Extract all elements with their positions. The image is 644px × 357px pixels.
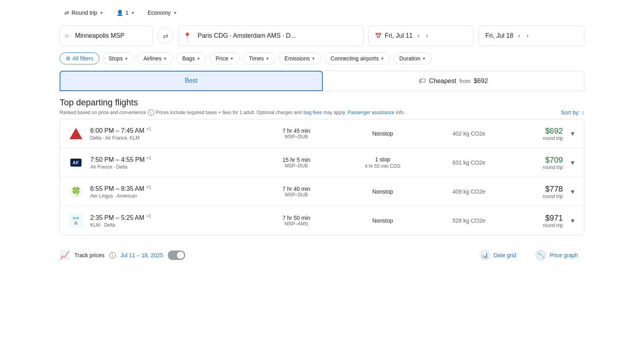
flight-stops: Nonstop bbox=[343, 217, 423, 224]
return-date-group[interactable]: Fri, Jul 18 ‹ › bbox=[479, 25, 584, 46]
expand-button[interactable]: ▾ bbox=[569, 215, 576, 227]
origin-input-group: ○ bbox=[60, 25, 153, 46]
flight-row[interactable]: AF 7:50 PM – 4:55 PM +1 Air France · Del… bbox=[60, 148, 584, 177]
price-filter-button[interactable]: Price ▼ bbox=[209, 52, 240, 64]
flight-times: 6:55 PM – 8:35 AM +1 bbox=[90, 184, 250, 192]
ranked-info-icon[interactable]: i bbox=[148, 109, 154, 116]
bags-chevron-icon: ▼ bbox=[196, 56, 200, 61]
tab-cheapest-label: Cheapest bbox=[429, 78, 456, 85]
operating-airlines: Air France · Delta bbox=[90, 164, 250, 170]
passengers-label: 1 bbox=[126, 10, 129, 16]
day-offset: +1 bbox=[146, 213, 151, 218]
passengers-button[interactable]: 👤 1 ▼ bbox=[112, 6, 140, 19]
all-filters-button[interactable]: ⚙ All filters bbox=[60, 52, 99, 64]
flight-emissions: 528 kg CO2e bbox=[429, 217, 509, 224]
duration-route: MSP–DUB bbox=[256, 134, 336, 140]
flight-price: $971 round trip bbox=[515, 213, 563, 228]
origin-input[interactable] bbox=[69, 28, 153, 43]
passenger-assistance-link[interactable]: Passenger assistance bbox=[348, 110, 394, 115]
bags-filter-label: Bags bbox=[182, 55, 195, 62]
flight-row[interactable]: 🍀 6:55 PM – 8:35 AM +1 Aer Lingus · Amer… bbox=[60, 177, 584, 206]
date-grid-button[interactable]: 📊 Date grid bbox=[473, 246, 523, 264]
swap-button[interactable]: ⇄ bbox=[157, 28, 173, 44]
results-title: Top departing flights bbox=[60, 97, 138, 108]
emissions-value: 528 kg CO2e bbox=[429, 217, 509, 224]
tab-best[interactable]: Best bbox=[60, 71, 323, 91]
duration-time: 7 hr 50 min bbox=[256, 215, 336, 221]
connecting-airports-filter-button[interactable]: Connecting airports ▼ bbox=[324, 52, 390, 64]
may-apply-text: may apply. bbox=[323, 110, 346, 115]
stops-filter-label: Stops bbox=[109, 55, 123, 62]
round-trip-button[interactable]: ⇄ Round trip ▼ bbox=[60, 6, 109, 19]
duration-filter-label: Duration bbox=[400, 55, 421, 62]
duration-time: 15 hr 5 min bbox=[256, 157, 336, 163]
connecting-airports-filter-label: Connecting airports bbox=[330, 55, 378, 62]
depart-prev-button[interactable]: ‹ bbox=[416, 31, 421, 41]
destination-icon: 📍 bbox=[178, 32, 191, 40]
results-header: Top departing flights Ranked based on pr… bbox=[60, 97, 584, 116]
flight-emissions: 631 kg CO2e bbox=[429, 159, 509, 166]
track-prices-info-icon[interactable]: i bbox=[109, 252, 116, 258]
airlines-filter-label: Airlines bbox=[144, 55, 162, 62]
times-filter-button[interactable]: Times ▼ bbox=[243, 52, 275, 64]
cheapest-from-label: from bbox=[460, 78, 471, 84]
duration-route: MSP–DUB bbox=[256, 163, 336, 169]
arrive-time: 5:25 AM bbox=[121, 214, 144, 221]
flight-schedule: 6:55 PM – 8:35 AM +1 Aer Lingus · Americ… bbox=[90, 184, 250, 199]
tab-cheapest[interactable]: 🏷 Cheapest from $692 bbox=[323, 71, 585, 91]
sort-button[interactable]: Sort by: ↕ bbox=[561, 109, 584, 116]
expand-button[interactable]: ▾ bbox=[569, 128, 576, 140]
return-next-button[interactable]: › bbox=[525, 31, 530, 41]
svg-text:🏠: 🏠 bbox=[74, 221, 78, 225]
airline-logo: KLM 🏠 bbox=[68, 213, 84, 229]
class-button[interactable]: Economy ▼ bbox=[143, 6, 182, 19]
af-logo-icon: AF bbox=[70, 159, 82, 167]
return-prev-button[interactable]: ‹ bbox=[516, 31, 522, 41]
depart-time: 6:55 PM bbox=[90, 185, 114, 192]
emissions-filter-button[interactable]: Emissions ▼ bbox=[279, 52, 322, 64]
destination-input[interactable] bbox=[191, 28, 363, 43]
duration-filter-button[interactable]: Duration ▼ bbox=[394, 52, 432, 64]
results-subtitle: Ranked based on price and convenience i … bbox=[60, 109, 584, 116]
connecting-airports-chevron-icon: ▼ bbox=[380, 56, 384, 61]
filters-bar: ⚙ All filters Stops ▼ Airlines ▼ Bags ▼ … bbox=[60, 52, 584, 64]
stops-chevron-icon: ▼ bbox=[124, 56, 128, 61]
emissions-filter-label: Emissions bbox=[285, 55, 310, 62]
stops-label: Nonstop bbox=[343, 188, 423, 195]
flight-times: 7:50 PM – 4:55 PM +1 bbox=[90, 155, 250, 163]
flight-price: $709 round trip bbox=[515, 155, 563, 170]
flight-price: $778 round trip bbox=[515, 184, 563, 199]
bags-filter-button[interactable]: Bags ▼ bbox=[176, 52, 206, 64]
flight-row[interactable]: KLM 🏠 2:35 PM – 5:25 AM +1 KLM · Delta 7… bbox=[60, 206, 584, 235]
info-suffix: info. bbox=[396, 110, 405, 115]
filter-icon: ⚙ bbox=[66, 55, 71, 62]
airlines-filter-button[interactable]: Airlines ▼ bbox=[138, 52, 173, 64]
stops-filter-button[interactable]: Stops ▼ bbox=[103, 52, 134, 64]
airline-logo: AF bbox=[68, 155, 84, 171]
price-label: round trip bbox=[515, 223, 563, 228]
bottom-bar: 📈 Track prices i Jul 11 – 18, 2025 📊 Dat… bbox=[60, 242, 584, 269]
price-graph-button[interactable]: 📉 Price graph bbox=[529, 246, 584, 264]
track-prices-toggle[interactable] bbox=[168, 250, 185, 260]
destination-input-group: 📍 bbox=[178, 25, 363, 46]
depart-next-button[interactable]: › bbox=[425, 31, 430, 41]
flight-row[interactable]: 6:00 PM – 7:45 AM +1 Delta · Air France,… bbox=[60, 119, 584, 148]
duration-time: 7 hr 40 min bbox=[256, 186, 336, 192]
aerlingus-logo-icon: 🍀 bbox=[69, 184, 83, 199]
airlines-chevron-icon: ▼ bbox=[163, 56, 167, 61]
expand-button[interactable]: ▾ bbox=[569, 157, 576, 169]
track-date-range: Jul 11 – 18, 2025 bbox=[120, 252, 163, 258]
ranked-text: Ranked based on price and convenience bbox=[60, 110, 146, 115]
depart-date-group[interactable]: 📅 Fri, Jul 11 ‹ › bbox=[368, 25, 474, 46]
emissions-value: 409 kg CO2e bbox=[429, 188, 509, 195]
bottom-actions: 📊 Date grid 📉 Price graph bbox=[473, 246, 584, 264]
price-filter-label: Price bbox=[215, 55, 228, 62]
tab-best-label: Best bbox=[185, 77, 198, 84]
expand-button[interactable]: ▾ bbox=[569, 186, 576, 198]
duration-route: MSP–DUB bbox=[256, 192, 336, 198]
calendar-icon: 📅 bbox=[375, 33, 382, 39]
all-filters-label: All filters bbox=[72, 55, 93, 62]
bag-fees-link[interactable]: bag fees bbox=[303, 110, 322, 115]
results-tabs: Best 🏷 Cheapest from $692 bbox=[60, 71, 584, 91]
round-trip-icon: ⇄ bbox=[64, 10, 69, 16]
